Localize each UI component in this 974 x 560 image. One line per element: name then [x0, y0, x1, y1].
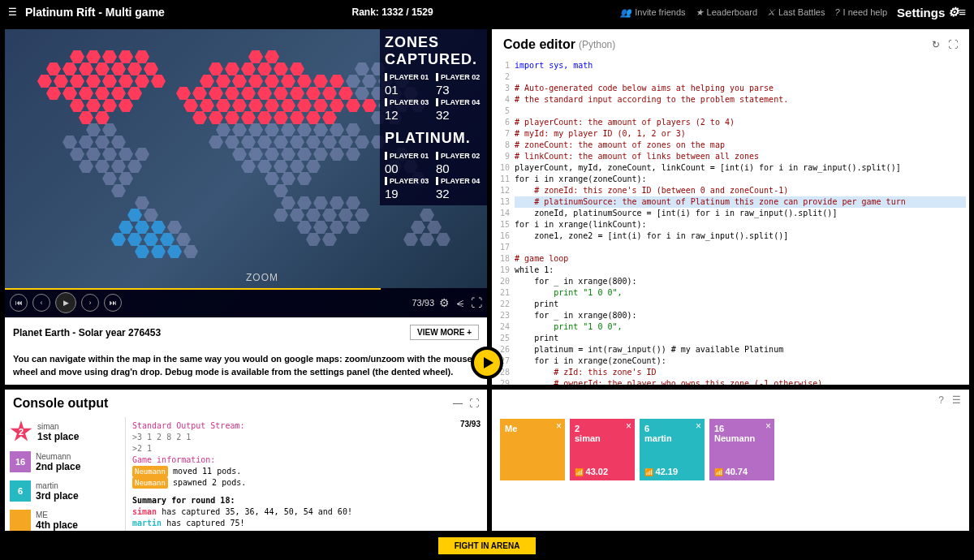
p4-zones: 32	[436, 108, 482, 122]
zoom-label: ZOOM	[246, 272, 278, 283]
scoreboard: ZONES CAPTURED. PLAYER 01PLAYER 02 0173 …	[380, 29, 487, 205]
rank-item: 16Neumann2nd place	[10, 451, 120, 472]
close-icon[interactable]: ×	[556, 420, 562, 432]
rank-badge: 16	[10, 451, 31, 472]
console-panel: Console output — ⛶ 2siman1st place16Neum…	[5, 390, 487, 531]
next-button[interactable]: ›	[81, 294, 99, 312]
players-panel: ? ☰ ×Me×2siman43.02×6martin42.19×16Neuma…	[492, 390, 969, 531]
rank-badge: 2	[10, 420, 32, 443]
player-card[interactable]: ×16Neumann40.74	[709, 419, 774, 480]
p1-label: PLAYER 01	[385, 73, 431, 81]
last-battles-link[interactable]: ⚔Last Battles	[767, 7, 825, 18]
forward-button[interactable]: ⏭	[104, 294, 122, 312]
app-header: ☰ Platinum Rift - Multi game Rank: 1332 …	[0, 0, 974, 24]
p3-zones: 12	[385, 108, 431, 122]
rank-item: 2siman1st place	[10, 420, 120, 443]
settings-link[interactable]: Settings⚙≡	[897, 5, 966, 19]
editor-title: Code editor	[503, 37, 575, 52]
p4-plat: 32	[436, 187, 482, 200]
rankings-list: 2siman1st place16Neumann2nd place6martin…	[5, 417, 125, 531]
expand-console-icon[interactable]: ⛶	[469, 398, 479, 409]
invite-icon: 👥	[620, 7, 631, 18]
code-editor[interactable]: 1234567891011121314151617181920212223242…	[492, 60, 969, 385]
editor-panel: Code editor (Python) ↻ ⛶ 123456789101112…	[492, 29, 969, 385]
leaderboard-link[interactable]: ★Leaderboard	[696, 7, 757, 18]
fight-arena-button[interactable]: FIGHT IN ARENA	[438, 537, 537, 554]
prev-button[interactable]: ‹	[32, 294, 50, 312]
rewind-button[interactable]: ⏮	[10, 294, 28, 312]
p1-zones: 01	[385, 83, 431, 97]
player-card[interactable]: ×6martin42.19	[640, 419, 705, 480]
close-icon[interactable]: ×	[696, 420, 701, 432]
editor-language: (Python)	[579, 39, 615, 50]
menu-dots-icon[interactable]: ☰	[952, 394, 961, 406]
rank-item: ME4th place	[10, 510, 120, 531]
center-play-button[interactable]	[471, 347, 503, 379]
story-title: Planet Earth - Solar year 276453	[13, 327, 161, 338]
game-panel: ZONES CAPTURED. PLAYER 01PLAYER 02 0173 …	[5, 29, 487, 385]
view-more-button[interactable]: VIEW MORE +	[410, 325, 479, 340]
footer: FIGHT IN ARENA	[0, 536, 974, 555]
progress-bar[interactable]	[5, 288, 381, 290]
game-title: Platinum Rift - Multi game	[25, 6, 165, 19]
platinum-title: PLATINUM.	[385, 130, 482, 147]
fullscreen-icon[interactable]: ⛶	[471, 296, 482, 309]
help-icon: ?	[834, 7, 839, 17]
player-card[interactable]: ×2siman43.02	[570, 419, 635, 480]
info-icon[interactable]: ?	[938, 394, 944, 406]
close-icon[interactable]: ×	[626, 420, 631, 432]
expand-icon[interactable]: ⛶	[948, 39, 958, 50]
zones-title: ZONES CAPTURED.	[385, 34, 482, 68]
game-viewport[interactable]: ZONES CAPTURED. PLAYER 01PLAYER 02 0173 …	[5, 29, 487, 317]
close-icon[interactable]: ×	[765, 420, 771, 432]
help-link[interactable]: ?I need help	[834, 7, 887, 17]
p3-label: PLAYER 03	[385, 98, 431, 106]
swords-icon: ⚔	[767, 7, 775, 18]
star-icon: ★	[696, 7, 704, 18]
video-controls: ⏮ ‹ ▶ › ⏭ 73/93 ⚙ ⪪ ⛶	[5, 288, 487, 317]
reload-icon[interactable]: ↻	[932, 39, 940, 50]
player-card[interactable]: ×Me	[500, 419, 565, 480]
console-log: 73/93 Standard Output Stream: >3 1 2 8 2…	[125, 417, 487, 531]
p4-label: PLAYER 04	[436, 98, 482, 106]
minimize-icon[interactable]: —	[453, 398, 463, 409]
menu-icon[interactable]: ☰	[8, 6, 17, 18]
story-bar: Planet Earth - Solar year 276453 VIEW MO…	[5, 317, 487, 347]
invite-link[interactable]: 👥Invite friends	[620, 7, 685, 18]
share-icon[interactable]: ⪪	[455, 296, 466, 309]
console-title: Console output	[13, 396, 108, 411]
p3-plat: 19	[385, 187, 431, 200]
gear-icon: ⚙≡	[948, 5, 966, 19]
rank-badge	[10, 510, 31, 531]
p1-plat: 00	[385, 162, 431, 175]
log-frame: 73/93	[460, 419, 481, 430]
p2-zones: 73	[436, 83, 482, 97]
settings-icon[interactable]: ⚙	[439, 296, 450, 309]
frame-counter: 73/93	[412, 298, 434, 308]
p2-plat: 80	[436, 162, 482, 175]
rank-item: 6martin3rd place	[10, 480, 120, 502]
rank-badge: 6	[10, 480, 31, 502]
rank-display: Rank: 1332 / 1529	[165, 6, 620, 18]
p2-label: PLAYER 02	[436, 73, 482, 81]
instructions: You can navigate within the map in the s…	[5, 347, 487, 385]
play-button[interactable]: ▶	[55, 292, 76, 313]
